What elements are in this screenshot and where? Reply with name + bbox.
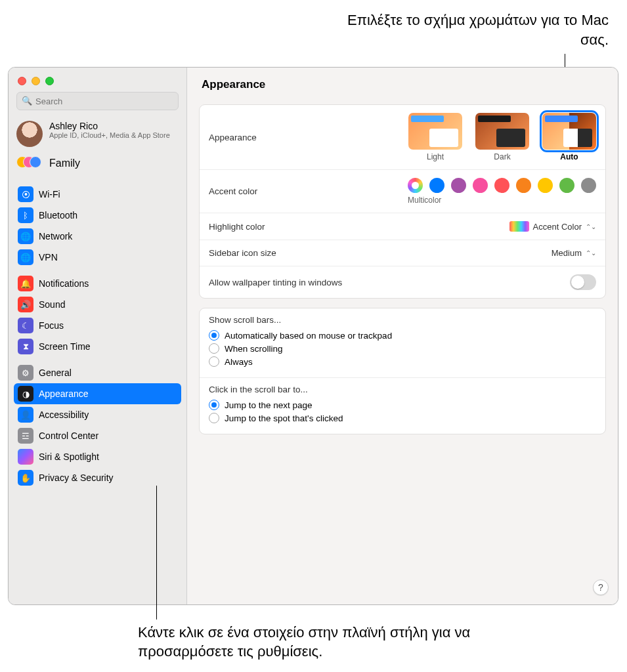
accent-swatch-orange[interactable] xyxy=(516,178,531,193)
sidebar-item-label: Screen Time xyxy=(39,341,91,352)
accent-swatch-gray[interactable] xyxy=(581,178,596,193)
apple-id-row[interactable]: Ashley Rico Apple ID, iCloud+, Media & A… xyxy=(9,117,186,154)
scrollclick-group: Click in the scroll bar to... Jump to th… xyxy=(200,378,605,434)
scrollbars-title: Show scroll bars... xyxy=(209,315,596,325)
bluetooth-icon: ᛒ xyxy=(18,207,33,223)
accent-swatch-green[interactable] xyxy=(559,178,574,193)
thumb-dark xyxy=(475,113,529,150)
user-name: Ashley Rico xyxy=(49,121,170,131)
appearance-option-auto[interactable]: Auto xyxy=(542,113,596,161)
sidebar-item-wifi[interactable]: ⦿Wi-Fi xyxy=(14,184,181,205)
sidebar-item-screen-time[interactable]: ⧗Screen Time xyxy=(14,336,181,357)
radio-label: Always xyxy=(225,357,253,367)
sidebar-list: ⦿Wi-Fi ᛒBluetooth 🌐Network 🌐VPN 🔔Notific… xyxy=(9,178,186,604)
accessibility-icon: 👤 xyxy=(18,407,33,423)
scroll-card: Show scroll bars... Automatically based … xyxy=(199,308,606,434)
sidebar-item-label: General xyxy=(39,368,72,378)
appearance-card: Appearance Light Dark Auto xyxy=(199,104,606,299)
minimize-button[interactable] xyxy=(32,77,40,85)
thumb-auto xyxy=(542,113,596,150)
radio-icon xyxy=(209,330,219,341)
sidebar-size-value: Medium xyxy=(551,248,582,258)
sidebar-item-general[interactable]: ⚙General xyxy=(14,362,181,383)
wifi-icon: ⦿ xyxy=(18,186,33,202)
appearance-label-auto: Auto xyxy=(542,152,596,161)
sidebar-item-control-center[interactable]: ☲Control Center xyxy=(14,425,181,446)
appearance-label-dark: Dark xyxy=(475,152,529,161)
avatar xyxy=(16,121,43,147)
sidebar-item-label: Wi-Fi xyxy=(39,189,60,200)
close-button[interactable] xyxy=(18,77,26,85)
search-field-wrap: 🔍 xyxy=(16,92,179,110)
thumb-light xyxy=(408,113,462,150)
radio-icon xyxy=(209,343,219,354)
zoom-button[interactable] xyxy=(45,77,54,85)
family-label: Family xyxy=(49,158,80,169)
accent-swatch-pink[interactable] xyxy=(473,178,488,193)
user-sub: Apple ID, iCloud+, Media & App Store xyxy=(49,131,170,140)
sidebar-item-vpn[interactable]: 🌐VPN xyxy=(14,247,181,268)
sidebar-group-system: ⚙General ◑Appearance 👤Accessibility ☲Con… xyxy=(14,362,181,488)
moon-icon: ☾ xyxy=(18,318,33,333)
highlight-value: Accent Color xyxy=(533,222,582,232)
user-text: Ashley Rico Apple ID, iCloud+, Media & A… xyxy=(49,121,170,140)
highlight-swatch xyxy=(509,221,529,232)
sidebar-item-accessibility[interactable]: 👤Accessibility xyxy=(14,404,181,425)
accent-swatch-red[interactable] xyxy=(494,178,509,193)
sidebar-item-appearance[interactable]: ◑Appearance xyxy=(14,383,181,404)
sidebar-size-popup[interactable]: Medium ⌃⌄ xyxy=(551,248,596,258)
family-row[interactable]: Family xyxy=(9,154,186,178)
sidebar-item-bluetooth[interactable]: ᛒBluetooth xyxy=(14,205,181,226)
accent-label: Accent color xyxy=(209,186,257,196)
sidebar-item-label: Network xyxy=(39,231,72,242)
help-button[interactable]: ? xyxy=(593,579,609,595)
scrollbars-opt-when[interactable]: When scrolling xyxy=(209,342,596,355)
sidebar-size-label: Sidebar icon size xyxy=(209,248,276,258)
switches-icon: ☲ xyxy=(18,428,33,444)
chevron-updown-icon: ⌃⌄ xyxy=(586,223,596,230)
sidebar-group-network: ⦿Wi-Fi ᛒBluetooth 🌐Network 🌐VPN xyxy=(14,184,181,268)
appearance-label: Appearance xyxy=(209,133,257,142)
main-content: Appearance Appearance Light Dark xyxy=(187,68,618,604)
search-input[interactable] xyxy=(16,92,179,110)
scrollbars-opt-always[interactable]: Always xyxy=(209,355,596,368)
sidebar-item-label: Control Center xyxy=(39,430,98,441)
search-icon: 🔍 xyxy=(22,96,32,106)
scrollbars-opt-auto[interactable]: Automatically based on mouse or trackpad xyxy=(209,329,596,342)
accent-swatch-multicolor[interactable] xyxy=(408,178,423,193)
sidebar-item-label: Accessibility xyxy=(39,410,89,420)
sidebar-item-sound[interactable]: 🔊Sound xyxy=(14,294,181,315)
sidebar: 🔍 Ashley Rico Apple ID, iCloud+, Media &… xyxy=(9,68,187,604)
vpn-icon: 🌐 xyxy=(18,249,33,265)
accent-swatch-blue[interactable] xyxy=(429,178,444,193)
accent-swatch-purple[interactable] xyxy=(451,178,466,193)
accent-selected-label: Multicolor xyxy=(408,196,441,205)
hand-icon: ✋ xyxy=(18,470,33,486)
appearance-option-dark[interactable]: Dark xyxy=(475,113,529,161)
sidebar-item-label: VPN xyxy=(39,252,58,262)
globe-icon: 🌐 xyxy=(18,228,33,244)
highlight-label: Highlight color xyxy=(209,222,265,232)
sidebar-item-notifications[interactable]: 🔔Notifications xyxy=(14,273,181,294)
appearance-row: Appearance Light Dark Auto xyxy=(200,105,605,169)
scrollclick-opt-next[interactable]: Jump to the next page xyxy=(209,398,596,411)
callout-bottom: Κάντε κλικ σε ένα στοιχείο στην πλαϊνή σ… xyxy=(138,623,506,662)
scrollbars-group: Show scroll bars... Automatically based … xyxy=(200,308,605,377)
sidebar-item-label: Notifications xyxy=(39,278,89,289)
highlight-row: Highlight color Accent Color ⌃⌄ xyxy=(200,213,605,240)
scrollclick-opt-spot[interactable]: Jump to the spot that's clicked xyxy=(209,411,596,425)
highlight-popup[interactable]: Accent Color ⌃⌄ xyxy=(509,221,596,232)
radio-label: When scrolling xyxy=(225,344,283,354)
appearance-options: Light Dark Auto xyxy=(408,113,596,161)
accent-swatch-yellow[interactable] xyxy=(538,178,553,193)
tinting-toggle[interactable] xyxy=(570,274,596,290)
sidebar-item-siri-spotlight[interactable]: Siri & Spotlight xyxy=(14,446,181,467)
radio-label: Jump to the next page xyxy=(225,400,313,410)
sidebar-item-network[interactable]: 🌐Network xyxy=(14,226,181,247)
sidebar-item-focus[interactable]: ☾Focus xyxy=(14,315,181,336)
tinting-label: Allow wallpaper tinting in windows xyxy=(209,278,342,287)
sidebar-item-label: Bluetooth xyxy=(39,210,77,220)
chevron-updown-icon: ⌃⌄ xyxy=(586,249,596,257)
family-icon xyxy=(16,156,43,171)
appearance-option-light[interactable]: Light xyxy=(408,113,462,161)
